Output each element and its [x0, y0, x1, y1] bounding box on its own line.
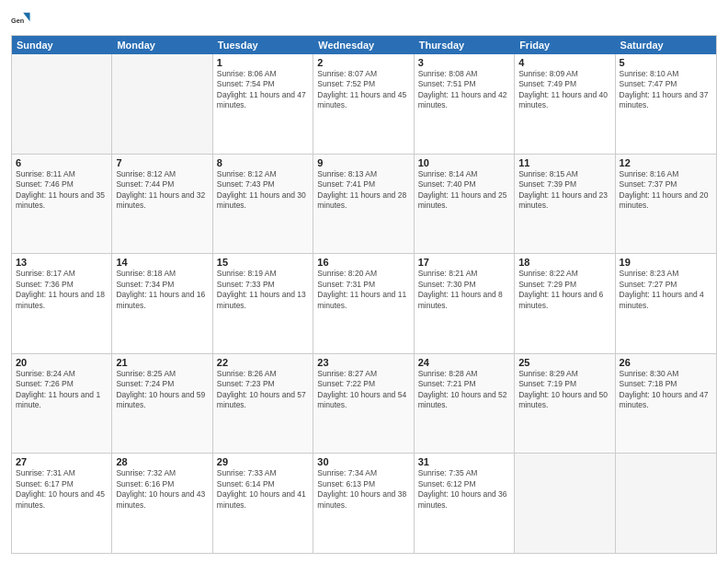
cell-detail: Sunrise: 8:25 AM Sunset: 7:24 PM Dayligh… [116, 369, 208, 411]
weekday-header: Saturday [616, 36, 716, 54]
calendar-row: 6Sunrise: 8:11 AM Sunset: 7:46 PM Daylig… [12, 154, 716, 254]
calendar-cell: 12Sunrise: 8:16 AM Sunset: 7:37 PM Dayli… [616, 155, 716, 254]
day-number: 15 [217, 257, 309, 268]
calendar-cell: 5Sunrise: 8:10 AM Sunset: 7:47 PM Daylig… [616, 54, 716, 154]
cell-detail: Sunrise: 8:13 AM Sunset: 7:41 PM Dayligh… [317, 169, 409, 212]
cell-detail: Sunrise: 7:35 AM Sunset: 6:12 PM Dayligh… [418, 468, 510, 511]
calendar-cell: 8Sunrise: 8:12 AM Sunset: 7:43 PM Daylig… [213, 155, 313, 254]
cell-detail: Sunrise: 8:18 AM Sunset: 7:34 PM Dayligh… [116, 269, 208, 311]
cell-detail: Sunrise: 8:21 AM Sunset: 7:30 PM Dayligh… [418, 269, 510, 311]
day-number: 7 [116, 157, 208, 168]
day-number: 4 [518, 57, 610, 68]
day-number: 22 [217, 357, 309, 368]
day-number: 5 [620, 57, 712, 68]
logo: Gen [11, 9, 35, 29]
day-number: 19 [620, 257, 712, 268]
calendar-row: 1Sunrise: 8:06 AM Sunset: 7:54 PM Daylig… [12, 54, 716, 154]
day-number: 13 [16, 257, 108, 268]
calendar-cell: 7Sunrise: 8:12 AM Sunset: 7:44 PM Daylig… [112, 155, 212, 254]
day-number: 25 [518, 357, 610, 368]
cell-detail: Sunrise: 8:17 AM Sunset: 7:36 PM Dayligh… [16, 269, 108, 311]
calendar-cell: 16Sunrise: 8:20 AM Sunset: 7:31 PM Dayli… [313, 254, 414, 353]
weekday-header: Thursday [415, 36, 515, 54]
cell-detail: Sunrise: 8:24 AM Sunset: 7:26 PM Dayligh… [16, 369, 108, 411]
calendar-cell: 31Sunrise: 7:35 AM Sunset: 6:12 PM Dayli… [415, 454, 515, 553]
svg-text:Gen: Gen [11, 17, 25, 25]
calendar-cell: 10Sunrise: 8:14 AM Sunset: 7:40 PM Dayli… [415, 155, 515, 254]
cell-detail: Sunrise: 8:27 AM Sunset: 7:22 PM Dayligh… [317, 369, 409, 411]
cell-detail: Sunrise: 8:10 AM Sunset: 7:47 PM Dayligh… [620, 69, 712, 111]
cell-detail: Sunrise: 8:20 AM Sunset: 7:31 PM Dayligh… [317, 269, 409, 311]
calendar-header: SundayMondayTuesdayWednesdayThursdayFrid… [12, 36, 716, 54]
day-number: 2 [317, 57, 409, 68]
calendar-cell: 3Sunrise: 8:08 AM Sunset: 7:51 PM Daylig… [415, 54, 515, 154]
calendar-cell: 24Sunrise: 8:28 AM Sunset: 7:21 PM Dayli… [415, 354, 515, 454]
calendar-cell: 6Sunrise: 8:11 AM Sunset: 7:46 PM Daylig… [12, 155, 112, 254]
day-number: 27 [16, 456, 108, 467]
calendar-cell: 17Sunrise: 8:21 AM Sunset: 7:30 PM Dayli… [415, 254, 515, 353]
day-number: 16 [317, 257, 409, 268]
calendar-cell: 15Sunrise: 8:19 AM Sunset: 7:33 PM Dayli… [213, 254, 313, 353]
weekday-header: Monday [112, 36, 212, 54]
day-number: 29 [217, 456, 309, 467]
svg-marker-1 [23, 13, 29, 22]
calendar-cell: 4Sunrise: 8:09 AM Sunset: 7:49 PM Daylig… [515, 54, 615, 154]
day-number: 8 [217, 157, 309, 168]
weekday-header: Tuesday [213, 36, 313, 54]
calendar-cell: 29Sunrise: 7:33 AM Sunset: 6:14 PM Dayli… [213, 454, 313, 553]
calendar-cell: 18Sunrise: 8:22 AM Sunset: 7:29 PM Dayli… [515, 254, 615, 353]
cell-detail: Sunrise: 8:15 AM Sunset: 7:39 PM Dayligh… [518, 169, 610, 212]
calendar-cell [616, 454, 716, 553]
calendar-cell: 9Sunrise: 8:13 AM Sunset: 7:41 PM Daylig… [313, 155, 414, 254]
cell-detail: Sunrise: 8:08 AM Sunset: 7:51 PM Dayligh… [418, 69, 510, 111]
calendar-cell: 25Sunrise: 8:29 AM Sunset: 7:19 PM Dayli… [515, 354, 615, 454]
cell-detail: Sunrise: 8:09 AM Sunset: 7:49 PM Dayligh… [518, 69, 610, 111]
cell-detail: Sunrise: 8:30 AM Sunset: 7:18 PM Dayligh… [620, 369, 712, 411]
calendar-row: 27Sunrise: 7:31 AM Sunset: 6:17 PM Dayli… [12, 453, 716, 553]
calendar: SundayMondayTuesdayWednesdayThursdayFrid… [11, 35, 717, 554]
calendar-cell: 1Sunrise: 8:06 AM Sunset: 7:54 PM Daylig… [213, 54, 313, 154]
day-number: 23 [317, 357, 409, 368]
calendar-cell: 2Sunrise: 8:07 AM Sunset: 7:52 PM Daylig… [313, 54, 414, 154]
day-number: 6 [16, 157, 108, 168]
calendar-cell [112, 54, 212, 154]
calendar-cell: 28Sunrise: 7:32 AM Sunset: 6:16 PM Dayli… [112, 454, 212, 553]
day-number: 9 [317, 157, 409, 168]
day-number: 18 [518, 257, 610, 268]
cell-detail: Sunrise: 8:29 AM Sunset: 7:19 PM Dayligh… [518, 369, 610, 411]
cell-detail: Sunrise: 8:23 AM Sunset: 7:27 PM Dayligh… [620, 269, 712, 311]
day-number: 11 [518, 157, 610, 168]
calendar-cell: 11Sunrise: 8:15 AM Sunset: 7:39 PM Dayli… [515, 155, 615, 254]
day-number: 30 [317, 456, 409, 467]
day-number: 17 [418, 257, 510, 268]
day-number: 3 [418, 57, 510, 68]
calendar-cell: 27Sunrise: 7:31 AM Sunset: 6:17 PM Dayli… [12, 454, 112, 553]
calendar-cell: 21Sunrise: 8:25 AM Sunset: 7:24 PM Dayli… [112, 354, 212, 454]
page: Gen SundayMondayTuesdayWednesdayThursday… [0, 0, 728, 563]
weekday-header: Friday [515, 36, 615, 54]
cell-detail: Sunrise: 8:28 AM Sunset: 7:21 PM Dayligh… [418, 369, 510, 411]
day-number: 20 [16, 357, 108, 368]
cell-detail: Sunrise: 8:11 AM Sunset: 7:46 PM Dayligh… [16, 169, 108, 212]
calendar-cell: 26Sunrise: 8:30 AM Sunset: 7:18 PM Dayli… [616, 354, 716, 454]
cell-detail: Sunrise: 8:07 AM Sunset: 7:52 PM Dayligh… [317, 69, 409, 111]
calendar-row: 13Sunrise: 8:17 AM Sunset: 7:36 PM Dayli… [12, 253, 716, 353]
weekday-header: Wednesday [313, 36, 414, 54]
logo-icon: Gen [11, 9, 31, 29]
calendar-cell [12, 54, 112, 154]
header: Gen [11, 9, 717, 29]
calendar-cell [515, 454, 615, 553]
calendar-row: 20Sunrise: 8:24 AM Sunset: 7:26 PM Dayli… [12, 353, 716, 454]
cell-detail: Sunrise: 8:19 AM Sunset: 7:33 PM Dayligh… [217, 269, 309, 311]
cell-detail: Sunrise: 8:26 AM Sunset: 7:23 PM Dayligh… [217, 369, 309, 411]
cell-detail: Sunrise: 7:31 AM Sunset: 6:17 PM Dayligh… [16, 468, 108, 511]
cell-detail: Sunrise: 8:12 AM Sunset: 7:44 PM Dayligh… [116, 169, 208, 212]
calendar-cell: 13Sunrise: 8:17 AM Sunset: 7:36 PM Dayli… [12, 254, 112, 353]
day-number: 26 [620, 357, 712, 368]
day-number: 12 [620, 157, 712, 168]
day-number: 21 [116, 357, 208, 368]
day-number: 10 [418, 157, 510, 168]
calendar-cell: 14Sunrise: 8:18 AM Sunset: 7:34 PM Dayli… [112, 254, 212, 353]
calendar-cell: 30Sunrise: 7:34 AM Sunset: 6:13 PM Dayli… [313, 454, 414, 553]
day-number: 1 [217, 57, 309, 68]
